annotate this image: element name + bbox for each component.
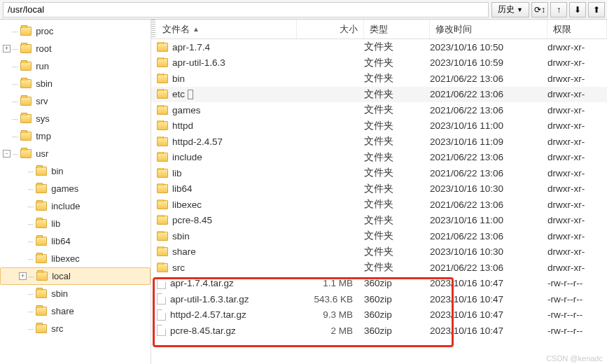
tree-item-run[interactable]: ····run xyxy=(0,57,151,75)
spacer xyxy=(18,220,26,227)
tree-line: ···· xyxy=(12,115,18,123)
file-row[interactable]: lib64文件夹2023/10/16 10:30drwxr-xr- xyxy=(151,181,607,197)
file-date: 2023/10/16 11:09 xyxy=(424,136,542,147)
col-date[interactable]: 修改时间 xyxy=(430,20,547,38)
col-perm[interactable]: 权限 xyxy=(547,20,607,38)
tree-item-tmp[interactable]: ····tmp xyxy=(0,127,151,145)
tree-item-bin[interactable]: ····bin xyxy=(0,162,151,180)
spacer xyxy=(3,80,11,88)
tree-label: sbin xyxy=(51,288,68,299)
file-row[interactable]: apr-util-1.6.3.tar.gz543.6 KB360zip2023/… xyxy=(151,291,607,307)
folder-icon xyxy=(36,272,48,281)
tree-label: srv xyxy=(36,96,48,106)
folder-icon xyxy=(20,27,32,36)
file-row[interactable]: src文件夹2021/06/22 13:06drwxr-xr- xyxy=(151,260,607,276)
file-row[interactable]: sbin文件夹2021/06/22 13:06drwxr-xr- xyxy=(151,228,607,244)
file-date: 2023/10/16 10:47 xyxy=(424,278,542,288)
file-row[interactable]: bin文件夹2021/06/22 13:06drwxr-xr- xyxy=(151,71,607,87)
file-row[interactable]: libexec文件夹2021/06/22 13:06drwxr-xr- xyxy=(151,197,607,213)
folder-tree[interactable]: ····proc+····root····run····sbin····srv·… xyxy=(0,20,151,364)
tree-item-usr[interactable]: -····usr xyxy=(0,145,151,162)
file-date: 2023/10/16 10:30 xyxy=(424,183,542,194)
file-type: 文件夹 xyxy=(358,183,424,195)
col-size[interactable]: 大小 xyxy=(297,20,364,38)
folder-icon xyxy=(36,167,47,176)
file-date: 2023/10/16 10:50 xyxy=(424,42,542,52)
file-row[interactable]: include文件夹2021/06/22 13:06drwxr-xr- xyxy=(151,150,607,166)
file-row[interactable]: lib文件夹2021/06/22 13:06drwxr-xr- xyxy=(151,165,607,181)
upload-icon[interactable]: ⬆ xyxy=(588,2,605,18)
sort-asc-icon: ▲ xyxy=(193,25,200,33)
file-type: 文件夹 xyxy=(358,214,424,227)
file-type: 文件夹 xyxy=(358,151,424,164)
file-date: 2023/10/16 10:47 xyxy=(424,309,542,320)
tree-line: ···· xyxy=(27,325,33,333)
file-row[interactable]: apr-1.7.4.tar.gz1.1 MB360zip2023/10/16 1… xyxy=(151,276,607,292)
file-type: 文件夹 xyxy=(358,57,424,69)
folder-icon xyxy=(157,121,168,130)
tree-label: src xyxy=(51,323,63,334)
splitter[interactable] xyxy=(151,20,155,38)
folder-icon xyxy=(20,149,32,158)
file-list: 文件名▲ 大小 类型 修改时间 权限 apr-1.7.4文件夹2023/10/1… xyxy=(151,20,607,364)
expand-icon[interactable]: + xyxy=(19,272,27,280)
col-name[interactable]: 文件名▲ xyxy=(157,20,297,38)
tree-item-sbin[interactable]: ····sbin xyxy=(0,75,151,92)
path-input[interactable] xyxy=(3,2,489,18)
tree-item-lib[interactable]: ····lib xyxy=(0,215,151,232)
file-row[interactable]: httpd-2.4.57文件夹2023/10/16 11:09drwxr-xr- xyxy=(151,134,607,150)
file-row[interactable]: pcre-8.45文件夹2023/10/16 11:00drwxr-xr- xyxy=(151,213,607,229)
file-size: 2 MB xyxy=(291,326,358,336)
tree-item-root[interactable]: +····root xyxy=(0,40,151,57)
download-icon[interactable]: ⬇ xyxy=(569,2,586,18)
file-perm: drwxr-xr- xyxy=(542,262,607,273)
tree-item-sbin[interactable]: ····sbin xyxy=(0,285,151,302)
expand-icon[interactable]: + xyxy=(3,45,11,52)
tree-item-local[interactable]: +····local xyxy=(0,267,151,285)
history-button[interactable]: 历史▼ xyxy=(491,2,529,18)
file-row[interactable]: share文件夹2023/10/16 10:30drwxr-xr- xyxy=(151,244,607,260)
file-row[interactable]: httpd文件夹2023/10/16 11:00drwxr-xr- xyxy=(151,118,607,134)
file-name: lib64 xyxy=(172,183,193,194)
refresh-icon[interactable]: ⟳↕ xyxy=(531,2,548,18)
tree-item-games[interactable]: ····games xyxy=(0,180,151,197)
file-date: 2023/10/16 11:00 xyxy=(424,120,542,131)
file-row[interactable]: games文件夹2021/06/22 13:06drwxr-xr- xyxy=(151,102,607,118)
folder-icon xyxy=(20,62,32,71)
file-row[interactable]: httpd-2.4.57.tar.gz9.3 MB360zip2023/10/1… xyxy=(151,307,607,323)
collapse-icon[interactable]: - xyxy=(3,150,11,158)
col-type[interactable]: 类型 xyxy=(364,20,430,38)
file-name: src xyxy=(172,262,185,273)
tree-label: lib xyxy=(51,218,60,229)
file-row[interactable]: pcre-8.45.tar.gz2 MB360zip2023/10/16 10:… xyxy=(151,323,607,339)
tree-item-src[interactable]: ····src xyxy=(0,320,151,337)
file-row[interactable]: etc文件夹2021/06/22 13:06drwxr-xr- xyxy=(151,87,607,103)
file-date: 2023/10/16 10:47 xyxy=(424,326,542,336)
file-icon xyxy=(157,278,166,289)
file-perm: drwxr-xr- xyxy=(542,105,607,115)
tree-item-sys[interactable]: ····sys xyxy=(0,110,151,127)
file-name: pcre-8.45 xyxy=(172,215,212,225)
tree-item-lib64[interactable]: ····lib64 xyxy=(0,232,151,250)
file-size: 9.3 MB xyxy=(291,309,358,320)
content: ····proc+····root····run····sbin····srv·… xyxy=(0,20,607,364)
file-type: 360zip xyxy=(358,294,424,304)
file-row[interactable]: apr-util-1.6.3文件夹2023/10/16 10:59drwxr-x… xyxy=(151,55,607,71)
tree-label: libexec xyxy=(51,253,79,264)
file-date: 2021/06/22 13:06 xyxy=(424,89,542,99)
tree-item-proc[interactable]: ····proc xyxy=(0,22,151,40)
file-type: 360zip xyxy=(358,278,424,288)
tree-item-share[interactable]: ····share xyxy=(0,302,151,320)
folder-icon xyxy=(157,74,168,83)
toolbar: 历史▼ ⟳↕ ↑ ⬇ ⬆ xyxy=(0,0,607,20)
reconnect-icon[interactable]: ↑ xyxy=(550,2,567,18)
tree-item-include[interactable]: ····include xyxy=(0,197,151,215)
tree-item-srv[interactable]: ····srv xyxy=(0,92,151,110)
file-perm: -rw-r--r-- xyxy=(542,278,607,288)
folder-icon xyxy=(36,289,47,298)
tree-item-libexec[interactable]: ····libexec xyxy=(0,250,151,267)
file-type: 文件夹 xyxy=(358,261,424,274)
file-row[interactable]: apr-1.7.4文件夹2023/10/16 10:50drwxr-xr- xyxy=(151,39,607,55)
file-name: lib xyxy=(172,168,182,178)
file-name: apr-util-1.6.3 xyxy=(172,57,225,68)
